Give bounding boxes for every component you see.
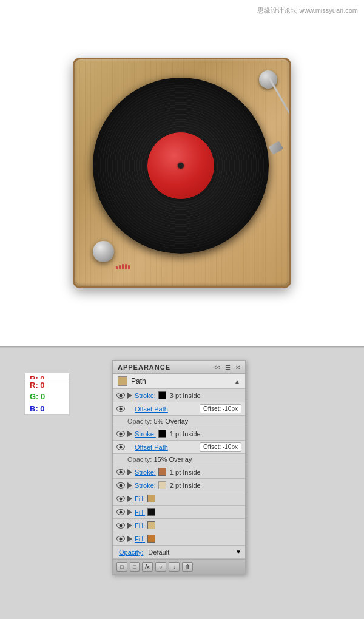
expand-icon-5[interactable] [127, 496, 132, 502]
panel-bottom-controls: □ □ fx ○ ↓ 🗑 [113, 559, 245, 574]
panel-header: APPEARANCE << ☰ ✕ [113, 361, 245, 374]
fill-color-4 [147, 535, 155, 543]
delete-button[interactable]: 🗑 [182, 562, 193, 572]
mark-3 [122, 264, 124, 269]
eye-icon-2[interactable] [116, 406, 125, 412]
appearance-row-opacity-1: Opacity: 5% Overlay [113, 416, 245, 427]
b-value-2: B: 0 [30, 403, 64, 415]
opacity-default-label[interactable]: Opacity: [119, 549, 143, 556]
appearance-row-stroke-2: Stroke: 1 pt Inside [113, 427, 245, 441]
stroke-label-2[interactable]: Stroke: [135, 430, 156, 438]
expand-icon-2[interactable] [127, 431, 132, 437]
offset-badge-2: Offset: -10px [200, 442, 241, 452]
panel-title: APPEARANCE [118, 364, 170, 371]
eye-icon-1[interactable] [116, 393, 125, 399]
eye-icon-6[interactable] [116, 482, 125, 489]
tonearm [211, 70, 277, 155]
appearance-row-fill-4: Fill: [113, 532, 245, 546]
path-label: Path [131, 377, 146, 385]
offset-badge-1: Offset: -10px [200, 404, 241, 413]
mark-5 [128, 265, 130, 269]
fill-label-4[interactable]: Fill: [135, 535, 145, 543]
record-label [147, 132, 214, 199]
opacity-label-2: Opacity: [127, 456, 153, 463]
path-row: Path ▲ [113, 374, 245, 389]
mark-2 [119, 265, 121, 269]
appearance-row-opacity-2: Opacity: 15% Overlay [113, 454, 245, 465]
volume-knob[interactable] [93, 241, 114, 262]
duplicate-button[interactable]: ○ [155, 562, 166, 572]
stroke-value-2: 1 pt Inside [170, 430, 201, 438]
mark-1 [116, 266, 118, 269]
expand-icon-4[interactable] [127, 482, 132, 489]
panel-menu-button[interactable]: ☰ [225, 364, 231, 371]
clear-button[interactable]: □ [130, 562, 140, 572]
stroke-color-4 [158, 481, 166, 489]
stroke-color-2 [158, 430, 166, 438]
fill-label-2[interactable]: Fill: [135, 509, 145, 516]
appearance-row-fill-1: Fill: [113, 492, 245, 506]
stroke-label-3[interactable]: Stroke: [135, 468, 156, 476]
stroke-color-1 [158, 391, 166, 399]
r-value-2: R: 0 [30, 379, 64, 391]
new-layer-button[interactable]: □ [116, 562, 127, 572]
scroll-indicator: ▲ [234, 378, 240, 385]
offset-label-2[interactable]: Offset Path [135, 444, 168, 451]
move-down-button[interactable]: ↓ [169, 562, 180, 572]
appearance-row-stroke-3: Stroke: 1 pt Inside [113, 465, 245, 479]
rgb-block-2: R: 0 G: 0 B: 0 [24, 379, 70, 415]
volume-marks [116, 264, 130, 269]
eye-icon-9[interactable] [116, 523, 125, 529]
turntable-body [73, 58, 291, 288]
close-button[interactable]: ✕ [235, 364, 240, 371]
eye-icon-4[interactable] [116, 444, 125, 450]
tonearm-head [269, 141, 284, 155]
fill-color-2 [147, 508, 155, 516]
stroke-label-1[interactable]: Stroke: [135, 392, 156, 399]
top-section: 思缘设计论坛 www.missyuan.com [0, 0, 364, 346]
watermark: 思缘设计论坛 www.missyuan.com [257, 6, 358, 15]
path-color-swatch [118, 376, 127, 386]
fx-button[interactable]: fx [142, 562, 153, 572]
stroke-label-4[interactable]: Stroke: [135, 482, 156, 489]
g-value-2: G: 0 [30, 391, 64, 403]
expand-icon-8[interactable] [127, 536, 132, 542]
panel-controls: << ☰ ✕ [213, 364, 240, 371]
opacity-default-value: Default [148, 549, 169, 556]
expand-icon-6[interactable] [127, 509, 132, 515]
fill-label-3[interactable]: Fill: [135, 522, 145, 529]
stroke-value-1: 3 pt Inside [170, 392, 201, 399]
turntable-wrapper [73, 58, 291, 288]
appearance-row-stroke-4: Stroke: 2 pt Inside [113, 479, 245, 492]
eye-icon-8[interactable] [116, 509, 125, 515]
stroke-value-4: 2 pt Inside [170, 482, 201, 489]
eye-icon-7[interactable] [116, 496, 125, 502]
offset-label-1[interactable]: Offset Path [135, 405, 168, 413]
opacity-value-2: 15% Overlay [153, 456, 192, 463]
appearance-row-offset-1: Offset Path Offset: -10px [113, 402, 245, 416]
appearance-row-fill-2: Fill: [113, 506, 245, 519]
fill-label-1[interactable]: Fill: [135, 495, 145, 502]
stroke-value-3: 1 pt Inside [170, 468, 201, 476]
bottom-section: R: 0 G: 0 B: 0 R: 0 G: 0 B: 0 APPEARANCE… [0, 348, 364, 619]
opacity-label-1: Opacity: [127, 418, 153, 425]
appearance-row-stroke-1: Stroke: 3 pt Inside [113, 389, 245, 402]
appearance-row-fill-3: Fill: [113, 519, 245, 532]
expand-icon-7[interactable] [127, 523, 132, 529]
opacity-value-1: 5% Overlay [153, 418, 188, 425]
mark-4 [125, 264, 127, 269]
eye-icon-10[interactable] [116, 536, 125, 542]
expand-icon-3[interactable] [127, 469, 132, 475]
fill-color-3 [147, 521, 155, 529]
collapse-button[interactable]: << [213, 364, 220, 371]
appearance-row-offset-2: Offset Path Offset: -10px [113, 441, 245, 454]
eye-icon-3[interactable] [116, 431, 125, 437]
eye-icon-5[interactable] [116, 469, 125, 475]
scroll-down-indicator: ▼ [235, 549, 241, 555]
appearance-row-opacity-default: Opacity: Default ▼ [113, 546, 245, 559]
fill-color-1 [147, 495, 155, 502]
stroke-color-3 [158, 468, 166, 476]
appearance-panel: APPEARANCE << ☰ ✕ Path ▲ Stroke: 3 pt In… [112, 360, 246, 575]
expand-icon-1[interactable] [127, 393, 132, 399]
